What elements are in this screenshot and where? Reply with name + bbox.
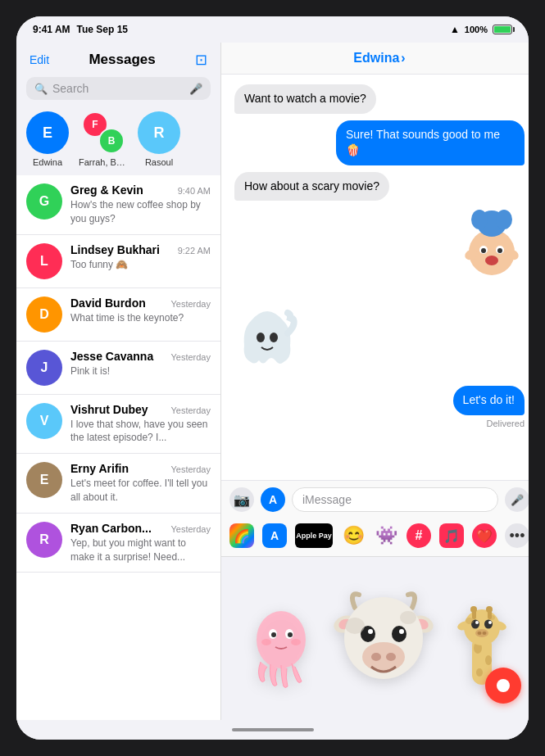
chat-contact-name[interactable]: Edwina › <box>353 51 405 66</box>
chat-input-area: 📷 A iMessage 🎤 🌈 A Apple Pay 😊 👾 # 🎵 ❤️ … <box>221 480 529 556</box>
status-bar-right: ▲ 100% <box>450 24 512 35</box>
convo-name-david: David Burdon <box>70 297 146 310</box>
pinned-contact-edwina[interactable]: E Edwina <box>26 111 69 167</box>
home-bar <box>232 728 314 731</box>
search-bar[interactable]: 🔍 Search 🎤 <box>26 77 211 100</box>
edit-button[interactable]: Edit <box>30 53 49 66</box>
svg-point-52 <box>466 618 474 624</box>
appstore-chip[interactable]: A <box>262 523 287 548</box>
convo-vishrut[interactable]: V Vishrut Dubey Yesterday I love that sh… <box>16 395 220 455</box>
convo-greg-kevin[interactable]: G Greg & Kevin 9:40 AM How's the new cof… <box>16 175 220 235</box>
music-chip[interactable]: 🎵 <box>439 523 464 548</box>
battery-percent: 100% <box>465 25 488 34</box>
convo-name-erny: Erny Arifin <box>70 462 129 475</box>
convo-name-jesse: Jesse Cavanna <box>70 350 153 363</box>
main-content: Edit Messages ⊡ 🔍 Search 🎤 E Edwina F <box>16 43 529 720</box>
svg-point-48 <box>488 621 492 624</box>
svg-point-36 <box>485 655 492 665</box>
ghost-sticker <box>234 297 300 379</box>
memoji-cow[interactable] <box>330 585 437 712</box>
convo-name-vishrut: Vishrut Dubey <box>70 403 148 416</box>
memoji-octopus[interactable] <box>244 603 318 704</box>
pinned-name-rasoul: Rasoul <box>145 157 173 167</box>
photos-app-chip[interactable]: 🌈 <box>229 523 254 548</box>
avatar-rasoul: R <box>138 111 180 154</box>
svg-point-7 <box>497 248 502 253</box>
heart-chip[interactable]: ❤️ <box>472 523 497 548</box>
convo-preview-jesse: Pink it is! <box>70 364 211 378</box>
svg-point-19 <box>291 639 301 645</box>
avatar-vishrut: V <box>26 403 62 439</box>
convo-jesse[interactable]: J Jesse Cavanna Yesterday Pink it is! <box>16 342 220 395</box>
delivered-label: Delivered <box>487 419 525 428</box>
imessage-input[interactable]: iMessage <box>292 487 498 512</box>
status-bar: 9:41 AM Tue Sep 15 ▲ 100% <box>16 16 529 43</box>
svg-point-2 <box>471 210 488 229</box>
msg-lets-do-it: Let's do it! <box>453 386 525 415</box>
hashtag-chip[interactable]: # <box>406 523 431 548</box>
convo-lindsey[interactable]: L Lindsey Bukhari 9:22 AM Too funny 🙈 <box>16 235 220 288</box>
svg-point-30 <box>368 629 373 634</box>
date: Tue Sep 15 <box>77 24 128 35</box>
convo-details-jesse: Jesse Cavanna Yesterday Pink it is! <box>70 350 211 378</box>
msg-sure-sounds-good: Sure! That sounds good to me 🍿 <box>336 120 525 165</box>
battery-icon <box>493 25 512 34</box>
ipad-frame: 9:41 AM Tue Sep 15 ▲ 100% Edit Messages … <box>16 16 529 740</box>
convo-time-erny: Yesterday <box>170 464 211 474</box>
record-button[interactable] <box>485 668 521 704</box>
svg-point-29 <box>392 626 406 642</box>
applepay-chip[interactable]: Apple Pay <box>295 523 333 548</box>
app-store-button[interactable]: A <box>261 487 285 512</box>
time: 9:41 AM <box>33 24 70 35</box>
convo-time-vishrut: Yesterday <box>170 405 211 415</box>
svg-point-49 <box>475 629 488 637</box>
svg-point-17 <box>288 632 293 637</box>
svg-point-11 <box>257 333 265 342</box>
convo-details-greg: Greg & Kevin 9:40 AM How's the new coffe… <box>70 183 211 226</box>
audio-button[interactable]: 🎤 <box>505 487 529 512</box>
avatar-ryan: R <box>26 522 62 558</box>
convo-david[interactable]: D David Burdon Yesterday What time is th… <box>16 288 220 342</box>
conversation-list: G Greg & Kevin 9:40 AM How's the new cof… <box>16 175 220 720</box>
pinned-contact-rasoul[interactable]: R Rasoul <box>138 111 180 167</box>
convo-time-ryan: Yesterday <box>170 524 211 534</box>
more-apps-chip[interactable]: ••• <box>505 523 529 548</box>
compose-button[interactable]: ⊡ <box>195 51 207 69</box>
camera-button[interactable]: 📷 <box>229 487 254 512</box>
svg-point-31 <box>399 629 404 634</box>
memoji-scared-sticker <box>459 207 525 290</box>
convo-time-david: Yesterday <box>170 299 211 309</box>
avatar-greg: G <box>26 183 62 220</box>
avatar-david: D <box>26 297 62 333</box>
svg-point-33 <box>400 611 416 624</box>
svg-point-53 <box>488 615 495 620</box>
right-panel: Edwina › Want to watch a movie? Sure! Th… <box>221 43 529 720</box>
convo-details-david: David Burdon Yesterday What time is the … <box>70 297 211 325</box>
messages-title: Messages <box>89 52 155 68</box>
convo-details-lindsey: Lindsey Bukhari 9:22 AM Too funny 🙈 <box>70 243 211 272</box>
pinned-contact-farrah[interactable]: F B Farrah, Bry... <box>79 111 128 167</box>
search-input[interactable]: Search <box>52 82 184 95</box>
convo-preview-erny: Let's meet for coffee. I'll tell you all… <box>70 477 211 505</box>
convo-time-jesse: Yesterday <box>170 352 211 362</box>
convo-time-lindsey: 9:22 AM <box>178 246 211 256</box>
messages-header: Edit Messages ⊡ <box>16 43 220 74</box>
emoji-chip[interactable]: 👾 <box>374 523 398 548</box>
svg-point-27 <box>386 653 396 661</box>
convo-details-ryan: Ryan Carbon... Yesterday Yep, but you mi… <box>70 522 211 564</box>
msg-scary-movie: How about a scary movie? <box>234 172 389 201</box>
svg-point-42 <box>486 606 493 613</box>
convo-preview-ryan: Yep, but you might want to make it a sur… <box>70 536 211 564</box>
convo-ryan[interactable]: R Ryan Carbon... Yesterday Yep, but you … <box>16 514 220 573</box>
convo-details-erny: Erny Arifin Yesterday Let's meet for cof… <box>70 462 211 505</box>
pinned-name-edwina: Edwina <box>33 157 62 167</box>
convo-erny[interactable]: E Erny Arifin Yesterday Let's meet for c… <box>16 454 220 514</box>
svg-point-38 <box>464 609 500 645</box>
svg-point-8 <box>485 256 498 265</box>
memoji-chip[interactable]: 😊 <box>341 523 366 548</box>
pinned-name-farrah: Farrah, Bry... <box>79 157 128 167</box>
battery-fill <box>494 26 511 33</box>
svg-point-16 <box>271 632 276 637</box>
wifi-icon: ▲ <box>450 24 460 35</box>
svg-point-41 <box>470 606 477 613</box>
